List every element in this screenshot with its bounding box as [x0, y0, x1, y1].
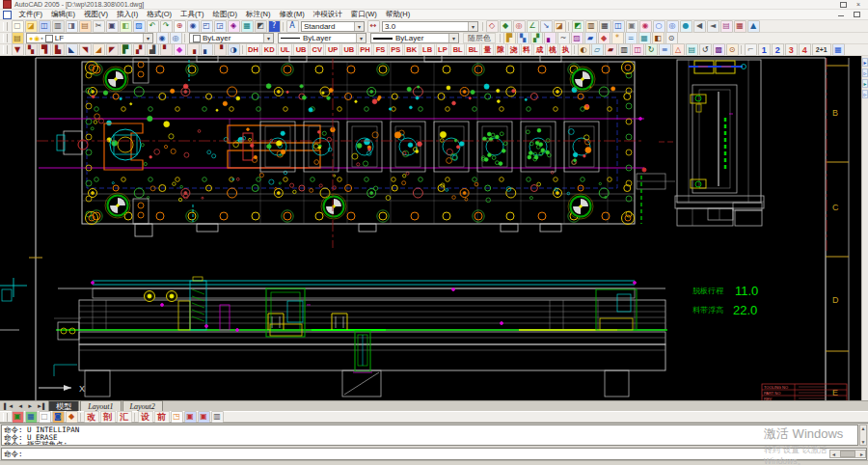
view-blank-icon[interactable]: □	[39, 411, 51, 424]
command-hscrollbar[interactable]: ◄ ►	[829, 450, 866, 458]
die-command-2[interactable]: UL	[278, 43, 292, 56]
menu-item-修改M[interactable]: 修改(M)	[275, 10, 309, 19]
bottom-command-改[interactable]: 改	[84, 411, 99, 424]
die-command-17[interactable]: 浇	[507, 43, 520, 56]
part-info-icon[interactable]: ▤	[686, 43, 698, 56]
strip-layout-icon[interactable]: ▥	[585, 20, 598, 33]
die-command-15[interactable]: 量	[481, 43, 494, 56]
menu-item-文件F[interactable]: 文件(F)	[14, 10, 47, 19]
scroll-left-icon[interactable]: ◄	[831, 451, 836, 457]
side-tool-1-icon[interactable]: ▸	[862, 58, 868, 67]
menu-item-插入I[interactable]: 插入(I)	[113, 10, 143, 19]
move-station-icon[interactable]: ▱	[591, 43, 604, 56]
frame-tool-1-icon[interactable]: ▣	[184, 411, 197, 424]
update-strip-icon[interactable]: ↺	[699, 43, 712, 56]
zoom-window-icon[interactable]: ◰	[201, 20, 213, 33]
color-combo[interactable]: ByLayer ▾	[189, 33, 274, 43]
menu-item-绘图D[interactable]: 绘图(D)	[208, 10, 241, 19]
die-command-11[interactable]: LB	[420, 43, 435, 56]
properties-icon[interactable]: ◩	[255, 20, 267, 33]
zoom-previous-icon[interactable]: ◲	[214, 20, 227, 33]
punch-library-icon[interactable]: ▣	[626, 20, 638, 33]
bottom-command-设[interactable]: 设	[138, 411, 153, 424]
insert-screw-icon[interactable]: ◉	[639, 20, 652, 33]
corner-tool-icon[interactable]: ◳	[171, 411, 183, 424]
station-number-button-2[interactable]: 2	[772, 43, 784, 56]
station-number-button-1[interactable]: 1	[758, 43, 771, 56]
toolbar-grip[interactable]	[3, 45, 8, 54]
dim-aligned-icon[interactable]: ◆	[500, 20, 512, 33]
speaker-on-icon[interactable]: ◄	[707, 20, 719, 33]
drawing-area[interactable]: BCDE脱板行程11.0料带浮高22.0TOOLING NOPART NOREV…	[0, 56, 861, 400]
dim-radius-icon[interactable]: ◎	[513, 20, 526, 33]
pilot-tool-icon[interactable]: ◤	[106, 43, 119, 56]
toolbar-grip[interactable]	[3, 34, 8, 42]
die-command-12[interactable]: LP	[436, 43, 450, 56]
tab-nav-1[interactable]: ◄	[15, 401, 25, 411]
scroll-down-icon[interactable]: ▼	[861, 439, 866, 445]
text-style-combo[interactable]: Standard ▾	[301, 21, 365, 32]
linetype-combo[interactable]: ByLayer ▾	[278, 33, 366, 43]
die-command-6[interactable]: UB	[341, 43, 357, 56]
restore-window-button[interactable]	[840, 2, 847, 8]
open-file-icon[interactable]: ◪	[25, 20, 38, 33]
plot-die-icon[interactable]: ◫	[612, 20, 625, 33]
export-strip-icon[interactable]: ▲	[747, 20, 760, 33]
stop-block-icon[interactable]: ▖	[201, 43, 213, 56]
edit-punch-icon[interactable]: ◐	[578, 43, 590, 56]
view-3d-icon[interactable]: ◙	[52, 411, 65, 424]
toolbar-grip[interactable]	[3, 413, 8, 422]
quick-leader-icon[interactable]: ↘	[540, 20, 553, 33]
plot-icon[interactable]: ▥	[52, 20, 65, 33]
dim-style-icon[interactable]: ↔	[367, 20, 380, 33]
right-dock-strip[interactable]: ▸▹▸▹	[861, 56, 868, 400]
keeper-tool-icon[interactable]: ▝	[214, 43, 227, 56]
spring-tool-icon[interactable]: ▞	[133, 43, 146, 56]
strip-check-icon[interactable]: ◑	[228, 43, 240, 56]
help-icon[interactable]: ?	[268, 20, 281, 33]
quick-dim-icon[interactable]: ◆	[66, 411, 78, 424]
side-tool-4-icon[interactable]: ▹	[862, 90, 868, 98]
menu-item-标注N[interactable]: 标注(N)	[242, 10, 275, 19]
die-command-5[interactable]: UP	[325, 43, 339, 56]
check-interference-icon[interactable]: △	[672, 43, 685, 56]
tab-模型[interactable]: 模型	[48, 400, 79, 411]
publish-icon[interactable]: ▤	[79, 20, 92, 33]
station-number-button-3[interactable]: 3	[785, 43, 798, 56]
view-section-icon[interactable]: ▦	[25, 411, 38, 424]
part-list-icon[interactable]: ▤	[720, 20, 733, 33]
die-command-20[interactable]: 桃	[547, 43, 559, 56]
command-input[interactable]: 命令:	[1, 448, 867, 460]
scroll-right-icon[interactable]: ►	[859, 451, 864, 457]
plot-preview-icon[interactable]: ◨	[66, 20, 78, 33]
menu-item-格式O[interactable]: 格式(O)	[143, 10, 176, 19]
side-tool-3-icon[interactable]: ▸	[862, 79, 868, 88]
die-command-1[interactable]: KD	[261, 43, 277, 56]
die-command-7[interactable]: PH	[358, 43, 372, 56]
wire-pocket-icon[interactable]: ◆	[174, 43, 186, 56]
tab-Layout1[interactable]: Layout1	[80, 400, 121, 411]
zoom-realtime-icon[interactable]: ◉	[187, 20, 200, 33]
save-file-icon[interactable]: ◫	[39, 20, 51, 33]
drawing-viewport[interactable]: BCDE脱板行程11.0料带浮高22.0TOOLING NOPART NOREV…	[0, 56, 861, 400]
frame-tool-2-icon[interactable]: ▣	[198, 411, 210, 424]
restore-document-button[interactable]	[854, 12, 860, 17]
scroll-thumb[interactable]	[840, 451, 855, 457]
paste-icon[interactable]: ◧	[120, 20, 132, 33]
lifter-tool-icon[interactable]: ◢	[93, 43, 105, 56]
die-pocket-icon[interactable]: ◥	[79, 43, 92, 56]
die-command-19[interactable]: 成	[533, 43, 546, 56]
align-die-icon[interactable]: ≡	[659, 43, 671, 56]
die-wizard-icon[interactable]: ◩	[572, 20, 584, 33]
dim-linear-icon[interactable]: ◇	[486, 20, 499, 33]
punch-round-icon[interactable]: ▼	[12, 43, 24, 56]
die-command-16[interactable]: 隙	[495, 43, 507, 56]
station-grid-icon[interactable]: ▦	[832, 43, 845, 56]
toolbar-grip[interactable]	[3, 22, 8, 31]
new-file-icon[interactable]: ▢	[12, 20, 24, 33]
chevron-down-icon[interactable]: ▾	[468, 22, 477, 31]
station-number-button-2+1[interactable]: 2+1	[812, 43, 831, 56]
chevron-down-icon[interactable]: ▾	[448, 34, 458, 42]
dim-edit-icon[interactable]: ◪	[554, 20, 566, 33]
minimize-document-button[interactable]	[838, 13, 844, 16]
